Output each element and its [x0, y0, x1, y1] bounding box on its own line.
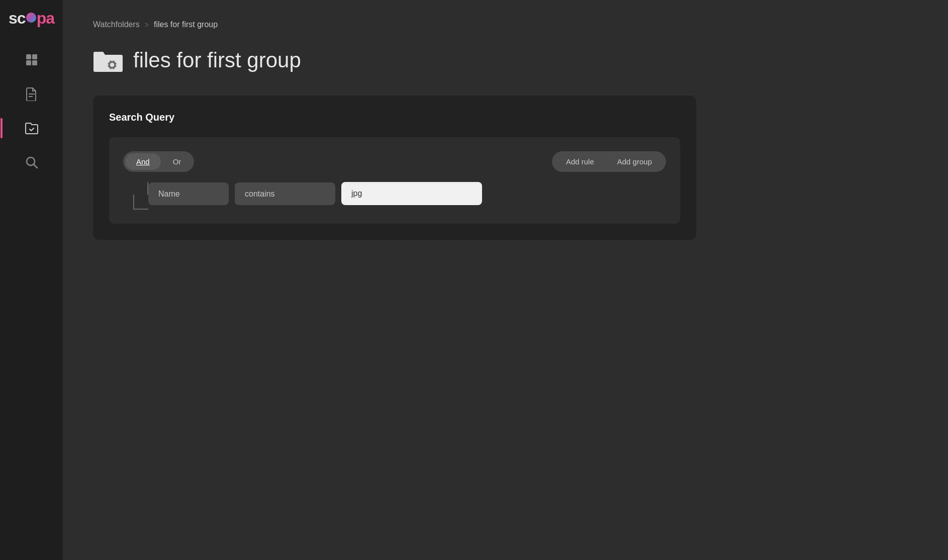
page-header: files for first group — [93, 45, 918, 75]
rule-value-input[interactable] — [341, 182, 482, 205]
file-icon — [26, 87, 38, 101]
logo: sc pa — [0, 0, 63, 40]
sidebar-nav — [0, 40, 63, 177]
main-content: Watchfolders > files for first group — [63, 0, 948, 560]
add-rule-button[interactable]: Add rule — [555, 153, 605, 170]
or-button[interactable]: Or — [162, 153, 193, 170]
sidebar-item-watchfolders[interactable] — [17, 113, 47, 143]
breadcrumb: Watchfolders > files for first group — [93, 20, 918, 29]
group-actions: Add rule Add group — [552, 151, 666, 172]
sidebar-item-search[interactable] — [17, 147, 47, 177]
svg-rect-0 — [26, 54, 31, 59]
rule-operator-select[interactable]: contains — [235, 182, 335, 205]
folder-settings-icon — [93, 45, 123, 75]
watchfolder-icon — [25, 121, 38, 135]
svg-rect-11 — [112, 68, 113, 70]
breadcrumb-parent[interactable]: Watchfolders — [93, 20, 140, 29]
svg-point-9 — [110, 63, 114, 67]
logo-text-sc: sc — [9, 9, 26, 28]
search-query-section: Search Query And Or Add rule Add group — [93, 96, 696, 240]
add-group-button[interactable]: Add group — [606, 153, 663, 170]
svg-rect-12 — [107, 64, 109, 65]
svg-rect-2 — [26, 60, 31, 65]
sidebar-item-dashboard[interactable] — [17, 45, 47, 75]
query-builder: And Or Add rule Add group — [109, 137, 680, 224]
rule-row: Name contains — [148, 182, 666, 205]
rule-field-select[interactable]: Name — [148, 182, 229, 205]
breadcrumb-separator: > — [145, 21, 149, 29]
search-icon — [25, 156, 38, 169]
svg-rect-10 — [112, 59, 113, 61]
section-title: Search Query — [109, 112, 680, 123]
svg-rect-13 — [116, 64, 118, 65]
sidebar: sc pa — [0, 0, 63, 560]
svg-rect-3 — [32, 60, 37, 65]
and-button[interactable]: And — [125, 153, 161, 170]
page-title: files for first group — [133, 48, 301, 72]
sidebar-item-files[interactable] — [17, 79, 47, 109]
grid-icon — [25, 53, 39, 67]
logo-dot-icon — [26, 13, 36, 23]
breadcrumb-current: files for first group — [154, 20, 218, 29]
rule-connector — [123, 182, 148, 210]
logic-toggle: And Or — [123, 151, 194, 172]
svg-line-7 — [34, 164, 37, 168]
group-header: And Or Add rule Add group — [123, 151, 666, 172]
rules-area: Name contains — [123, 182, 666, 210]
logo-text-pa: pa — [37, 9, 54, 28]
svg-rect-1 — [32, 54, 37, 59]
